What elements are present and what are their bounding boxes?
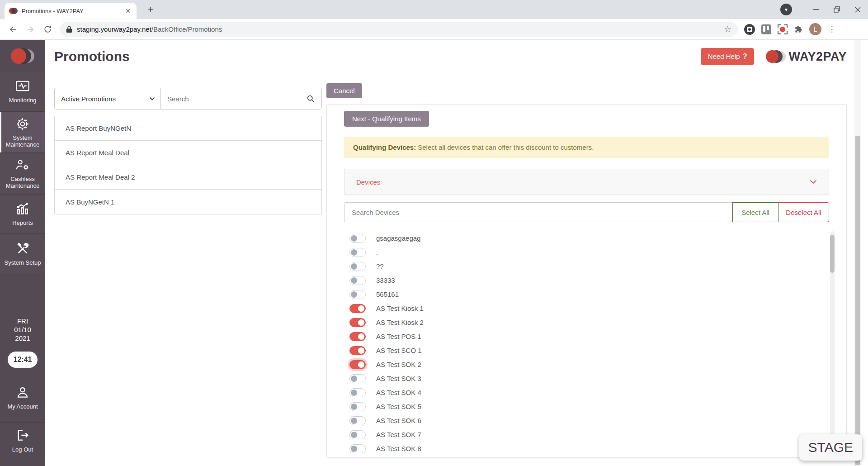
device-row: . bbox=[349, 245, 841, 259]
sidebar-item-monitoring[interactable]: Monitoring bbox=[0, 72, 45, 111]
device-row: AS Test SCO 1 bbox=[349, 343, 841, 357]
url-domain: staging.yourway2pay.net bbox=[77, 25, 151, 33]
device-label: 33333 bbox=[376, 276, 395, 284]
device-toggle[interactable] bbox=[349, 248, 366, 257]
sidebar-item-log-out[interactable]: Log Out bbox=[0, 422, 45, 458]
promotion-editor-panel: Cancel Next - Qualifying Items Qualifyin… bbox=[326, 83, 847, 466]
sidebar-item-label: System Setup bbox=[5, 259, 41, 266]
chevron-down-icon bbox=[810, 180, 817, 184]
promotions-list: AS Report BuyNGetN AS Report Meal Deal A… bbox=[54, 116, 322, 214]
device-toggle[interactable] bbox=[349, 360, 366, 369]
promotion-list-item[interactable]: AS Report Meal Deal 2 bbox=[55, 165, 321, 190]
promotions-search-input[interactable] bbox=[161, 88, 299, 109]
sidebar: Monitoring System Maintenance bbox=[0, 40, 45, 466]
device-toggle[interactable] bbox=[349, 416, 366, 425]
device-label: ?? bbox=[376, 262, 384, 270]
tab-close-icon[interactable]: ✕ bbox=[124, 7, 132, 15]
device-toggle[interactable] bbox=[349, 374, 366, 383]
date-day: FRI bbox=[0, 317, 45, 325]
brand: WAY2PAY bbox=[766, 50, 847, 64]
deselect-all-button[interactable]: Deselect All bbox=[778, 202, 829, 222]
maximize-button[interactable] bbox=[826, 2, 847, 17]
sidebar-item-system-maintenance[interactable]: System Maintenance bbox=[0, 112, 45, 152]
sidebar-item-label: System Maintenance bbox=[2, 134, 43, 148]
users-gear-icon bbox=[15, 158, 30, 172]
address-bar[interactable]: staging.yourway2pay.net/BackOffice/Promo… bbox=[60, 22, 738, 37]
device-row: AS Test SOK 6 bbox=[349, 414, 841, 428]
board-extension-icon[interactable] bbox=[761, 24, 771, 34]
promotions-panel: Active Promotions AS Report BuyNGetN bbox=[54, 83, 322, 466]
device-row: AS Test SOK 5 bbox=[349, 399, 841, 414]
lock-icon bbox=[66, 26, 72, 33]
extensions-puzzle-icon[interactable] bbox=[794, 25, 803, 34]
device-toggle[interactable] bbox=[349, 388, 366, 397]
close-window-button[interactable] bbox=[847, 2, 868, 17]
sidebar-item-label: My Account bbox=[7, 403, 38, 410]
browser-menu-icon[interactable]: ⋮ bbox=[828, 24, 836, 34]
device-toggle[interactable] bbox=[349, 444, 366, 453]
sidebar-item-reports[interactable]: Reports bbox=[0, 195, 45, 233]
devices-search-row: Select All Deselect All bbox=[344, 202, 829, 222]
devices-section-title: Devices bbox=[356, 178, 810, 186]
qualifying-devices-notice: Qualifying Devices:Select all devices th… bbox=[344, 137, 829, 158]
browser-window: Promotions - WAY2PAY ✕ + ▼ bbox=[0, 0, 868, 466]
way2pay-logo-icon bbox=[766, 50, 786, 63]
reload-button[interactable] bbox=[39, 21, 56, 38]
device-toggle[interactable] bbox=[349, 318, 366, 327]
browser-tab[interactable]: Promotions - WAY2PAY ✕ bbox=[5, 3, 137, 19]
back-button[interactable] bbox=[5, 21, 22, 38]
sidebar-item-cashless-maintenance[interactable]: Cashless Maintenance bbox=[0, 153, 45, 194]
device-toggle[interactable] bbox=[349, 234, 366, 243]
device-label: AS Test Kiosk 1 bbox=[376, 304, 424, 312]
device-toggle[interactable] bbox=[349, 290, 366, 299]
devices-scrollbar-thumb[interactable] bbox=[830, 235, 835, 273]
page-scrollbar[interactable] bbox=[854, 40, 861, 466]
device-toggle[interactable] bbox=[349, 332, 366, 341]
devices-search-input[interactable] bbox=[344, 202, 732, 222]
device-toggle[interactable] bbox=[349, 346, 366, 355]
device-toggle[interactable] bbox=[349, 304, 366, 313]
logout-icon bbox=[15, 428, 30, 442]
device-toggle[interactable] bbox=[349, 430, 366, 439]
sidebar-date: FRI 01/10 2021 bbox=[0, 317, 45, 342]
promotions-filter-select[interactable]: Active Promotions bbox=[55, 88, 161, 109]
device-label: AS Test SOK 8 bbox=[376, 445, 421, 452]
minimize-button[interactable] bbox=[806, 2, 826, 17]
sidebar-item-label: Monitoring bbox=[9, 97, 37, 104]
cancel-button[interactable]: Cancel bbox=[326, 83, 362, 98]
tools-icon bbox=[15, 242, 30, 256]
notice-label: Qualifying Devices: bbox=[353, 143, 416, 151]
next-qualifying-items-button[interactable]: Next - Qualifying Items bbox=[344, 111, 429, 127]
devices-accordion-header[interactable]: Devices bbox=[344, 169, 829, 195]
gear-icon bbox=[15, 117, 30, 131]
download-status-icon[interactable]: ▼ bbox=[780, 4, 792, 15]
promotions-search-button[interactable] bbox=[299, 88, 321, 109]
device-toggle[interactable] bbox=[349, 402, 366, 411]
qualifying-devices-card: Next - Qualifying Items Qualifying Devic… bbox=[326, 104, 847, 458]
promotion-list-item[interactable]: AS BuyNGetN 1 bbox=[55, 190, 321, 214]
sidebar-clock: 12:41 bbox=[8, 352, 38, 368]
device-toggle[interactable] bbox=[349, 276, 366, 285]
sidebar-item-my-account[interactable]: My Account bbox=[0, 380, 45, 415]
question-mark-icon: ? bbox=[743, 52, 747, 60]
sidebar-item-system-setup[interactable]: System Setup bbox=[0, 234, 45, 273]
new-tab-button[interactable]: + bbox=[145, 4, 156, 15]
select-all-button[interactable]: Select All bbox=[732, 202, 778, 222]
notice-text: Select all devices that can offer this d… bbox=[418, 143, 594, 151]
date-year: 2021 bbox=[0, 334, 45, 342]
search-icon bbox=[306, 94, 315, 103]
device-row: 565161 bbox=[349, 287, 841, 301]
device-toggle[interactable] bbox=[349, 262, 366, 271]
cast-extension-icon[interactable] bbox=[744, 24, 755, 35]
page-title: Promotions bbox=[54, 49, 701, 64]
forward-button[interactable] bbox=[22, 21, 39, 38]
promotion-list-item[interactable]: AS Report Meal Deal bbox=[55, 141, 321, 165]
page-scrollbar-thumb[interactable] bbox=[855, 136, 860, 465]
device-label: 565161 bbox=[376, 290, 399, 298]
profile-avatar[interactable]: L bbox=[809, 23, 821, 35]
bookmark-star-icon[interactable]: ☆ bbox=[724, 25, 731, 33]
filter-selected-value: Active Promotions bbox=[61, 95, 149, 103]
need-help-button[interactable]: Need Help? bbox=[701, 48, 755, 65]
screenshot-extension-icon[interactable] bbox=[778, 24, 788, 34]
promotion-list-item[interactable]: AS Report BuyNGetN bbox=[55, 116, 321, 141]
